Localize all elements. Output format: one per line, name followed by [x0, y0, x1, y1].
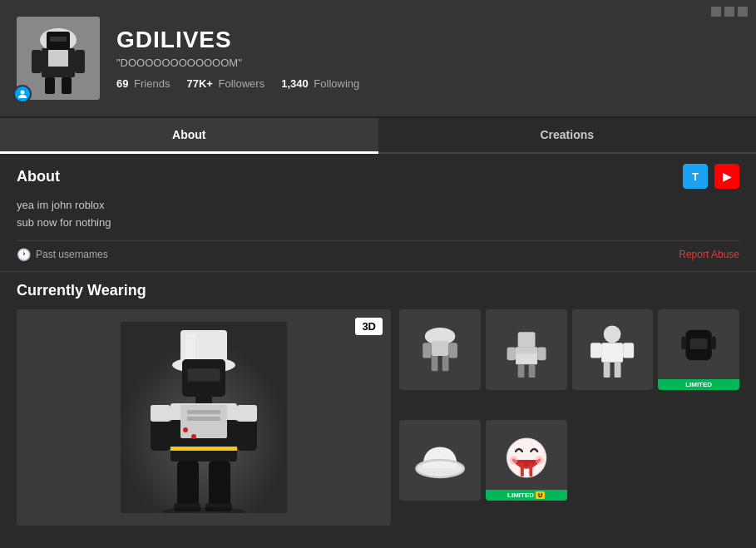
- svg-rect-19: [195, 397, 212, 403]
- profile-username: GDILIVES: [116, 27, 739, 53]
- wearing-section: Currently Wearing 3D: [0, 272, 756, 536]
- stat-following: 1,340 Following: [281, 77, 359, 90]
- wearing-grid: 3D: [17, 309, 739, 526]
- svg-rect-55: [601, 343, 623, 363]
- followers-label: Followers: [219, 77, 265, 90]
- item-small-hat-icon: [408, 427, 472, 492]
- friends-value: 69: [116, 77, 128, 90]
- tab-about[interactable]: About: [0, 118, 378, 154]
- limited-u-badge-6: LIMITED U: [486, 490, 567, 501]
- svg-rect-63: [681, 337, 685, 350]
- about-footer: 🕐 Past usernames Report Abuse: [17, 240, 739, 261]
- twitter-button[interactable]: T: [683, 164, 708, 189]
- svg-rect-52: [528, 365, 535, 378]
- svg-rect-39: [429, 333, 451, 341]
- avatar-container: [17, 17, 100, 100]
- win-btn-3[interactable]: [738, 7, 748, 17]
- svg-rect-6: [50, 37, 67, 42]
- followers-value: 77K+: [186, 77, 212, 90]
- item-torso-icon: [494, 317, 559, 382]
- about-section: About T ▶ yea im john roblox sub now for…: [0, 154, 756, 272]
- 3d-badge[interactable]: 3D: [355, 318, 383, 335]
- profile-header: GDILIVES "DOOOOOOOOOOOOM" 69 Friends 77K…: [0, 0, 756, 118]
- bio-line1: yea im john roblox: [17, 197, 739, 215]
- svg-rect-23: [187, 410, 220, 414]
- character-3d-preview: [121, 322, 287, 513]
- item-cell-5[interactable]: [399, 420, 481, 501]
- svg-rect-51: [517, 365, 524, 378]
- profile-blurb: "DOOOOOOOOOOOOM": [116, 57, 739, 69]
- svg-rect-64: [712, 337, 716, 350]
- svg-point-71: [535, 456, 543, 464]
- about-bio: yea im john roblox sub now for nothing: [17, 197, 739, 232]
- following-label: Following: [314, 77, 359, 90]
- svg-rect-46: [517, 333, 535, 348]
- svg-rect-7: [32, 50, 42, 73]
- bio-line2: sub now for nothing: [17, 215, 739, 232]
- svg-point-11: [21, 91, 25, 95]
- item-helmet-icon: [666, 317, 731, 382]
- friends-label: Friends: [134, 77, 170, 90]
- svg-rect-8: [75, 50, 85, 73]
- svg-rect-48: [516, 348, 537, 354]
- wearing-title: Currently Wearing: [17, 282, 739, 299]
- clock-icon: 🕐: [17, 248, 31, 261]
- svg-point-26: [191, 434, 196, 439]
- svg-point-54: [604, 326, 621, 343]
- win-btn-2[interactable]: [724, 7, 734, 17]
- svg-rect-62: [690, 338, 708, 349]
- item-cell-4[interactable]: LIMITED: [658, 309, 739, 391]
- svg-rect-49: [506, 348, 515, 361]
- item-cell-6[interactable]: LIMITED U: [486, 420, 567, 501]
- win-btn-1[interactable]: [711, 7, 721, 17]
- svg-rect-43: [422, 343, 431, 358]
- item-cell-3[interactable]: [572, 309, 654, 391]
- svg-rect-42: [442, 356, 448, 371]
- svg-rect-44: [448, 343, 457, 358]
- svg-rect-18: [189, 369, 219, 380]
- svg-point-25: [183, 427, 188, 432]
- item-cell-2[interactable]: [486, 309, 567, 391]
- social-icons: T ▶: [683, 164, 739, 189]
- svg-rect-4: [48, 50, 68, 67]
- preview-panel: 3D: [17, 309, 391, 526]
- person-icon: [17, 89, 27, 99]
- svg-rect-10: [62, 77, 72, 94]
- svg-rect-59: [615, 363, 621, 378]
- svg-rect-29: [151, 405, 170, 422]
- item-shirt-icon: [580, 317, 645, 382]
- profile-info: GDILIVES "DOOOOOOOOOOOOM" 69 Friends 77K…: [116, 27, 739, 90]
- youtube-button[interactable]: ▶: [714, 164, 739, 189]
- svg-rect-15: [185, 333, 195, 363]
- tabs-container: About Creations: [0, 118, 756, 154]
- svg-rect-24: [187, 417, 220, 421]
- svg-rect-57: [623, 343, 634, 358]
- item-face-icon: [494, 427, 559, 492]
- content-area: About T ▶ yea im john roblox sub now for…: [0, 154, 756, 536]
- limited-badge-4: LIMITED: [658, 379, 739, 390]
- svg-rect-41: [431, 356, 437, 371]
- report-abuse-button[interactable]: Report Abuse: [679, 249, 739, 260]
- svg-rect-32: [177, 462, 199, 507]
- past-usernames-button[interactable]: 🕐 Past usernames: [17, 248, 108, 261]
- about-title: About: [17, 168, 60, 185]
- stat-followers: 77K+ Followers: [186, 77, 264, 90]
- svg-rect-58: [604, 363, 610, 378]
- profile-stats: 69 Friends 77K+ Followers 1,340 Followin…: [116, 77, 739, 90]
- item-chef-hat-icon: [408, 317, 472, 382]
- svg-point-70: [509, 456, 517, 464]
- svg-rect-9: [45, 77, 55, 94]
- stat-friends: 69 Friends: [116, 77, 170, 90]
- svg-rect-56: [590, 343, 601, 358]
- item-cell-1[interactable]: [399, 309, 481, 391]
- svg-rect-40: [431, 341, 448, 356]
- svg-rect-33: [209, 462, 230, 507]
- avatar-badge: [13, 85, 32, 103]
- tab-creations[interactable]: Creations: [378, 118, 757, 152]
- past-usernames-label: Past usernames: [36, 249, 108, 260]
- following-value: 1,340: [281, 77, 309, 90]
- svg-rect-31: [237, 405, 257, 422]
- about-header: About T ▶: [17, 164, 739, 189]
- window-controls: [711, 7, 748, 17]
- svg-rect-27: [170, 447, 237, 451]
